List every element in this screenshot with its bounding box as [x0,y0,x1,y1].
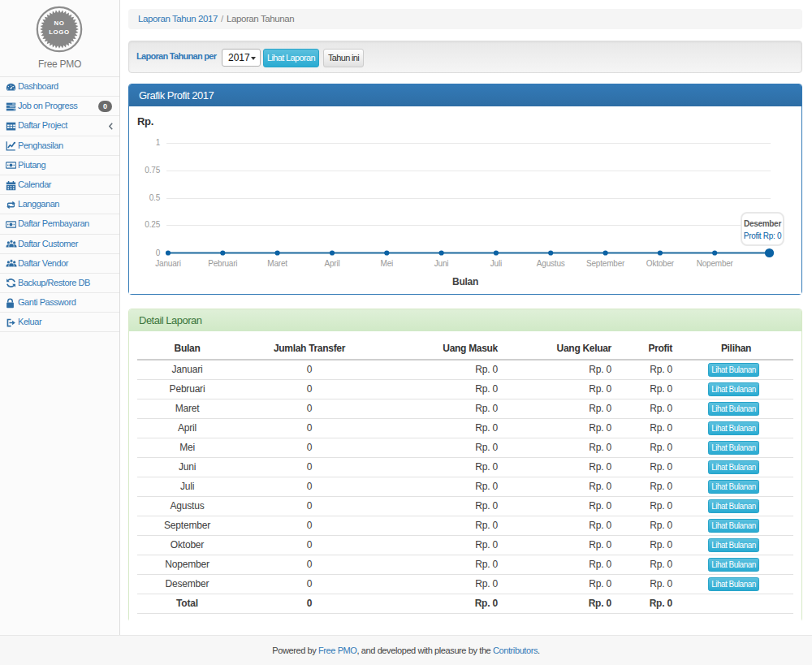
svg-text:LOGO: LOGO [49,28,70,36]
svg-text:NO: NO [54,19,64,27]
